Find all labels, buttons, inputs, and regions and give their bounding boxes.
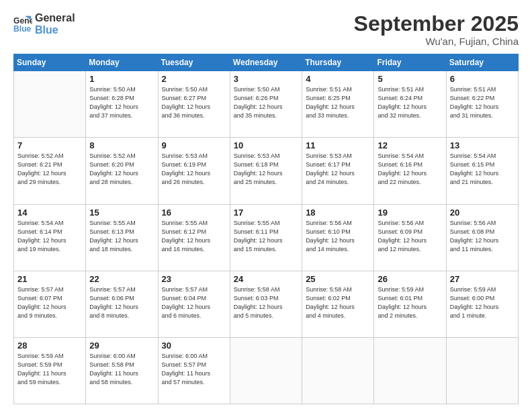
- calendar-cell: 24Sunrise: 5:58 AM Sunset: 6:03 PM Dayli…: [230, 271, 302, 337]
- calendar-cell: [374, 337, 446, 404]
- calendar-cell: 11Sunrise: 5:53 AM Sunset: 6:17 PM Dayli…: [302, 138, 374, 204]
- calendar-cell: [230, 337, 302, 404]
- day-info: Sunrise: 5:52 AM Sunset: 6:20 PM Dayligh…: [89, 152, 154, 187]
- day-info: Sunrise: 5:52 AM Sunset: 6:21 PM Dayligh…: [17, 152, 82, 187]
- day-number: 10: [234, 140, 298, 150]
- day-number: 13: [450, 140, 515, 150]
- day-number: 30: [162, 340, 226, 351]
- calendar-cell: 13Sunrise: 5:54 AM Sunset: 6:15 PM Dayli…: [446, 138, 518, 204]
- day-number: 1: [89, 74, 154, 84]
- calendar-cell: 22Sunrise: 5:57 AM Sunset: 6:06 PM Dayli…: [86, 271, 158, 337]
- calendar-cell: 5Sunrise: 5:51 AM Sunset: 6:24 PM Daylig…: [374, 71, 446, 138]
- day-info: Sunrise: 5:51 AM Sunset: 6:24 PM Dayligh…: [378, 85, 442, 120]
- page: General Blue General Blue September 2025…: [0, 0, 532, 411]
- header-friday: Friday: [374, 54, 446, 71]
- svg-text:Blue: Blue: [13, 24, 32, 34]
- day-number: 29: [89, 340, 154, 351]
- day-info: Sunrise: 5:53 AM Sunset: 6:19 PM Dayligh…: [162, 152, 226, 187]
- day-number: 14: [17, 208, 82, 218]
- logo: General Blue General Blue: [13, 12, 75, 36]
- day-number: 26: [378, 274, 442, 284]
- day-info: Sunrise: 5:59 AM Sunset: 6:01 PM Dayligh…: [378, 285, 442, 320]
- calendar-cell: [302, 337, 374, 404]
- day-number: 22: [89, 274, 154, 284]
- day-info: Sunrise: 5:55 AM Sunset: 6:13 PM Dayligh…: [89, 219, 154, 254]
- calendar-week-row: 14Sunrise: 5:54 AM Sunset: 6:14 PM Dayli…: [14, 204, 519, 271]
- day-number: 7: [17, 140, 82, 150]
- calendar-cell: 17Sunrise: 5:55 AM Sunset: 6:11 PM Dayli…: [230, 204, 302, 271]
- calendar-cell: 29Sunrise: 6:00 AM Sunset: 5:58 PM Dayli…: [86, 337, 158, 404]
- calendar-cell: 7Sunrise: 5:52 AM Sunset: 6:21 PM Daylig…: [14, 138, 86, 204]
- calendar-cell: 23Sunrise: 5:57 AM Sunset: 6:04 PM Dayli…: [158, 271, 230, 337]
- day-info: Sunrise: 5:57 AM Sunset: 6:06 PM Dayligh…: [89, 285, 154, 320]
- day-info: Sunrise: 5:56 AM Sunset: 6:09 PM Dayligh…: [378, 219, 442, 254]
- calendar-week-row: 1Sunrise: 5:50 AM Sunset: 6:28 PM Daylig…: [14, 71, 519, 138]
- header-monday: Monday: [86, 54, 158, 71]
- calendar-cell: 2Sunrise: 5:50 AM Sunset: 6:27 PM Daylig…: [158, 71, 230, 138]
- day-info: Sunrise: 5:58 AM Sunset: 6:02 PM Dayligh…: [306, 285, 370, 320]
- day-info: Sunrise: 5:53 AM Sunset: 6:18 PM Dayligh…: [234, 152, 298, 187]
- day-info: Sunrise: 5:53 AM Sunset: 6:17 PM Dayligh…: [306, 152, 370, 187]
- day-number: 5: [378, 74, 442, 84]
- day-number: 27: [450, 274, 515, 284]
- day-info: Sunrise: 5:54 AM Sunset: 6:15 PM Dayligh…: [450, 152, 515, 187]
- location: Wu'an, Fujian, China: [354, 36, 519, 47]
- day-number: 12: [378, 140, 442, 150]
- calendar-cell: 30Sunrise: 6:00 AM Sunset: 5:57 PM Dayli…: [158, 337, 230, 404]
- calendar-week-row: 21Sunrise: 5:57 AM Sunset: 6:07 PM Dayli…: [14, 271, 519, 337]
- logo-icon: General Blue: [13, 15, 32, 34]
- day-number: 3: [234, 74, 298, 84]
- calendar-week-row: 28Sunrise: 5:59 AM Sunset: 5:59 PM Dayli…: [14, 337, 519, 404]
- day-info: Sunrise: 5:50 AM Sunset: 6:27 PM Dayligh…: [162, 85, 226, 120]
- logo-blue: Blue: [35, 24, 75, 36]
- day-info: Sunrise: 6:00 AM Sunset: 5:58 PM Dayligh…: [89, 352, 154, 387]
- calendar-cell: 26Sunrise: 5:59 AM Sunset: 6:01 PM Dayli…: [374, 271, 446, 337]
- day-number: 15: [89, 208, 154, 218]
- day-number: 6: [450, 74, 515, 84]
- day-number: 24: [234, 274, 298, 284]
- logo-general: General: [35, 12, 75, 24]
- day-number: 19: [378, 208, 442, 218]
- day-info: Sunrise: 5:59 AM Sunset: 5:59 PM Dayligh…: [17, 352, 82, 387]
- header-thursday: Thursday: [302, 54, 374, 71]
- day-info: Sunrise: 5:55 AM Sunset: 6:11 PM Dayligh…: [234, 219, 298, 254]
- day-info: Sunrise: 5:56 AM Sunset: 6:10 PM Dayligh…: [306, 219, 370, 254]
- day-number: 11: [306, 140, 370, 150]
- day-number: 20: [450, 208, 515, 218]
- calendar-cell: 4Sunrise: 5:51 AM Sunset: 6:25 PM Daylig…: [302, 71, 374, 138]
- day-number: 18: [306, 208, 370, 218]
- day-info: Sunrise: 5:56 AM Sunset: 6:08 PM Dayligh…: [450, 219, 515, 254]
- day-info: Sunrise: 5:55 AM Sunset: 6:12 PM Dayligh…: [162, 219, 226, 254]
- day-info: Sunrise: 6:00 AM Sunset: 5:57 PM Dayligh…: [162, 352, 226, 387]
- day-info: Sunrise: 5:54 AM Sunset: 6:14 PM Dayligh…: [17, 219, 82, 254]
- weekday-header-row: Sunday Monday Tuesday Wednesday Thursday…: [14, 54, 519, 71]
- header: General Blue General Blue September 2025…: [13, 12, 519, 47]
- header-saturday: Saturday: [446, 54, 518, 71]
- calendar-cell: 14Sunrise: 5:54 AM Sunset: 6:14 PM Dayli…: [14, 204, 86, 271]
- calendar-cell: 15Sunrise: 5:55 AM Sunset: 6:13 PM Dayli…: [86, 204, 158, 271]
- day-number: 8: [89, 140, 154, 150]
- calendar-cell: 16Sunrise: 5:55 AM Sunset: 6:12 PM Dayli…: [158, 204, 230, 271]
- calendar-cell: 25Sunrise: 5:58 AM Sunset: 6:02 PM Dayli…: [302, 271, 374, 337]
- calendar-cell: 20Sunrise: 5:56 AM Sunset: 6:08 PM Dayli…: [446, 204, 518, 271]
- day-info: Sunrise: 5:54 AM Sunset: 6:16 PM Dayligh…: [378, 152, 442, 187]
- calendar-table: Sunday Monday Tuesday Wednesday Thursday…: [13, 54, 519, 404]
- day-info: Sunrise: 5:51 AM Sunset: 6:22 PM Dayligh…: [450, 85, 515, 120]
- title-block: September 2025 Wu'an, Fujian, China: [354, 12, 519, 47]
- calendar-cell: 12Sunrise: 5:54 AM Sunset: 6:16 PM Dayli…: [374, 138, 446, 204]
- month-title: September 2025: [354, 12, 519, 36]
- day-info: Sunrise: 5:50 AM Sunset: 6:28 PM Dayligh…: [89, 85, 154, 120]
- day-info: Sunrise: 5:57 AM Sunset: 6:04 PM Dayligh…: [162, 285, 226, 320]
- day-number: 25: [306, 274, 370, 284]
- calendar-cell: 8Sunrise: 5:52 AM Sunset: 6:20 PM Daylig…: [86, 138, 158, 204]
- day-info: Sunrise: 5:57 AM Sunset: 6:07 PM Dayligh…: [17, 285, 82, 320]
- calendar-cell: 10Sunrise: 5:53 AM Sunset: 6:18 PM Dayli…: [230, 138, 302, 204]
- calendar-cell: 3Sunrise: 5:50 AM Sunset: 6:26 PM Daylig…: [230, 71, 302, 138]
- calendar-cell: 1Sunrise: 5:50 AM Sunset: 6:28 PM Daylig…: [86, 71, 158, 138]
- day-info: Sunrise: 5:50 AM Sunset: 6:26 PM Dayligh…: [234, 85, 298, 120]
- calendar-cell: 21Sunrise: 5:57 AM Sunset: 6:07 PM Dayli…: [14, 271, 86, 337]
- day-number: 23: [162, 274, 226, 284]
- calendar-cell: 19Sunrise: 5:56 AM Sunset: 6:09 PM Dayli…: [374, 204, 446, 271]
- day-info: Sunrise: 5:58 AM Sunset: 6:03 PM Dayligh…: [234, 285, 298, 320]
- calendar-cell: [446, 337, 518, 404]
